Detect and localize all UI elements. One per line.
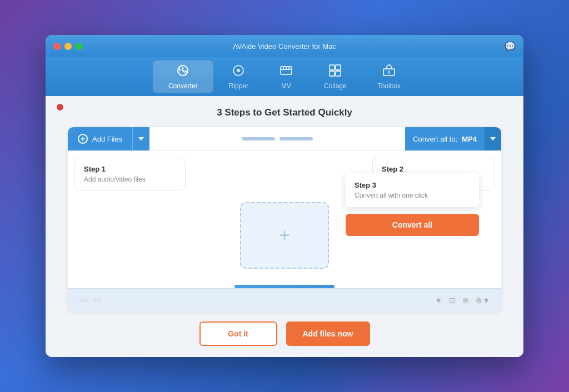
dropdown-icon[interactable]: ▼ [435, 296, 442, 305]
steps-main-body: Step 1 Add audio/video files Step 2 Sele… [68, 151, 501, 311]
header-middle [149, 137, 405, 140]
add-files-button[interactable]: + Add Files [68, 127, 132, 150]
ripper-icon [232, 64, 245, 80]
window-controls [53, 43, 83, 50]
tab-toolbox[interactable]: Toolbox [362, 61, 416, 93]
tab-collage-label: Collage [324, 82, 347, 90]
collage-icon [328, 64, 342, 80]
convert-all-to-label: Convert all to: [413, 135, 457, 143]
app-window: AVAide Video Converter for Mac 💬 Convert… [46, 35, 523, 357]
progress-pill-1 [242, 137, 275, 140]
step1-card: Step 1 Add audio/video files [74, 158, 186, 190]
bottom-bar-icons: ▼ ⊡ ⊕ ⊕▼ [435, 296, 490, 305]
svg-point-2 [237, 69, 240, 72]
minimize-button[interactable] [64, 43, 72, 50]
svg-rect-10 [330, 71, 335, 76]
convert-format-dropdown[interactable] [485, 127, 501, 150]
plus-circle-icon: + [78, 134, 88, 144]
tab-collage[interactable]: Collage [308, 61, 362, 93]
settings-icon[interactable]: ⊕ [462, 296, 469, 305]
app-title: AVAide Video Converter for Mac [233, 42, 336, 51]
record-dot [57, 104, 63, 110]
tab-ripper-label: Ripper [229, 82, 248, 90]
step1-desc: Add audio/video files [84, 175, 176, 183]
step3-area: Step 3 Convert all with one click Conver… [346, 173, 479, 236]
steps-area: + Add Files Convert all to: MP4 [68, 127, 501, 311]
add-files-dropdown[interactable] [132, 127, 149, 150]
close-button[interactable] [53, 43, 61, 50]
svg-rect-8 [330, 65, 335, 70]
got-it-button[interactable]: Got it [199, 321, 277, 346]
tab-toolbox-label: Toolbox [378, 82, 401, 90]
tab-converter-label: Converter [168, 82, 198, 90]
progress-pill-2 [279, 137, 313, 140]
more-icon[interactable]: ⊕▼ [476, 296, 490, 305]
convert-format-value: MP4 [462, 135, 477, 143]
tab-converter[interactable]: Converter [153, 61, 213, 93]
step2-title: Step 2 [382, 165, 485, 173]
convert-all-button[interactable]: Convert all [346, 214, 479, 236]
tab-mv-label: MV [281, 82, 291, 90]
bottom-toolbar: ○○ ○○ ▼ ⊡ ⊕ ⊕▼ [68, 288, 501, 311]
steps-title: 3 Steps to Get Started Quickly [217, 107, 352, 118]
svg-rect-9 [336, 65, 341, 70]
step3-desc: Convert all with one click [355, 192, 470, 199]
converter-icon [176, 64, 189, 80]
add-files-now-button[interactable]: Add files now [286, 321, 370, 346]
step1-title: Step 1 [84, 165, 176, 173]
toolbox-icon [382, 64, 396, 80]
steps-header: + Add Files Convert all to: MP4 [68, 127, 501, 151]
drop-zone[interactable]: + [240, 202, 329, 269]
titlebar: AVAide Video Converter for Mac 💬 [46, 35, 523, 57]
drop-zone-plus: + [278, 224, 290, 247]
bottom-bar-text2: ○○ [94, 296, 102, 304]
chat-icon[interactable]: 💬 [505, 41, 516, 52]
bottom-bar-left: ○○ ○○ [79, 296, 102, 304]
step3-title: Step 3 [355, 181, 470, 189]
image-icon[interactable]: ⊡ [449, 296, 456, 305]
svg-rect-11 [336, 71, 341, 76]
nav-tabs: Converter Ripper MV [46, 57, 523, 96]
tab-mv[interactable]: MV [264, 61, 308, 93]
add-files-label: Add Files [92, 135, 122, 143]
mv-icon [279, 64, 293, 80]
tab-ripper[interactable]: Ripper [213, 61, 264, 93]
steps-main-area: + Step 3 Convert all with one click Conv… [68, 190, 501, 280]
convert-all-to-button[interactable]: Convert all to: MP4 [405, 127, 485, 150]
bottom-bar-text1: ○○ [79, 296, 87, 304]
maximize-button[interactable] [76, 43, 83, 50]
main-content: 3 Steps to Get Started Quickly + Add Fil… [46, 96, 523, 357]
step3-card: Step 3 Convert all with one click [346, 173, 479, 207]
modal-buttons: Got it Add files now [199, 321, 370, 346]
